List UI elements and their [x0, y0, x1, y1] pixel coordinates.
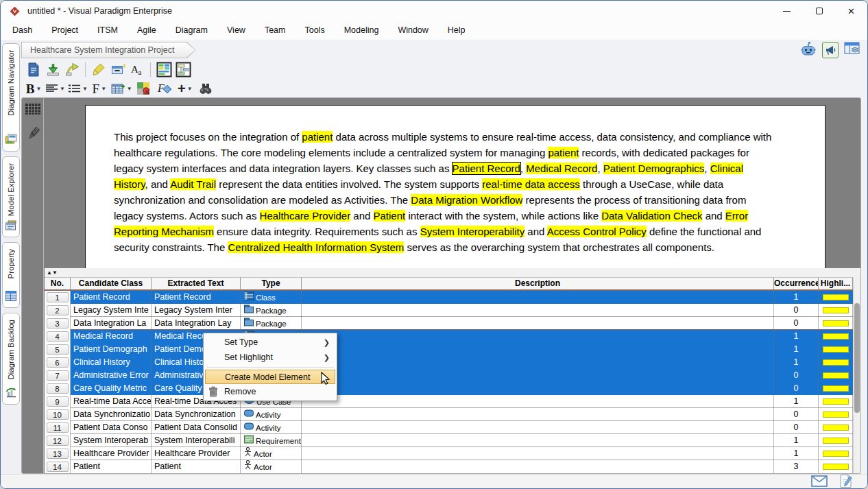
row-number-cell[interactable]: 11 [45, 421, 71, 434]
dropdown-arrow-icon[interactable]: ▼ [82, 86, 88, 92]
candidate-class-cell[interactable]: Real-time Data Acce [71, 395, 152, 408]
highlight-color-cell[interactable] [819, 434, 853, 447]
description-cell[interactable] [302, 447, 774, 460]
menu-tools[interactable]: Tools [295, 21, 334, 40]
row-number-button[interactable]: 8 [47, 383, 69, 394]
occurrence-cell[interactable]: 0 [774, 421, 819, 434]
candidate-class-cell[interactable]: Data Synchronizatio [71, 408, 152, 421]
description-cell[interactable] [302, 408, 774, 421]
highlighted-term[interactable]: Data Validation Check [601, 210, 702, 222]
row-number-cell[interactable]: 1 [45, 291, 71, 304]
sidebar-tab-property[interactable]: Property [2, 242, 20, 308]
highlight-color-swatch[interactable] [823, 346, 849, 353]
candidate-class-cell[interactable]: Patient [71, 460, 152, 473]
candidate-class-cell[interactable]: Patient Data Conso [71, 421, 152, 434]
candidate-class-cell[interactable]: Care Quality Metric [71, 382, 152, 395]
highlighted-term[interactable]: History [114, 178, 145, 190]
type-cell[interactable]: Actor [241, 447, 302, 460]
minimize-button[interactable] [771, 1, 803, 21]
highlight-color-swatch[interactable] [823, 372, 849, 379]
menu-team[interactable]: Team [255, 21, 296, 40]
highlight-color-cell[interactable] [819, 356, 853, 369]
extracted-text-cell[interactable]: Patient Record [152, 291, 241, 304]
occurrence-cell[interactable]: 1 [774, 291, 819, 304]
table-row[interactable]: 4Medical RecordMedical RecordClass1 [45, 329, 853, 342]
row-number-cell[interactable]: 3 [45, 317, 71, 330]
type-cell[interactable]: Activity [241, 421, 302, 434]
type-cell[interactable]: Actor [241, 460, 302, 473]
description-cell[interactable] [302, 330, 774, 343]
type-cell[interactable]: Class [241, 291, 302, 304]
row-number-cell[interactable]: 5 [45, 343, 71, 356]
sidebar-tab-diagram-navigator[interactable]: Diagram Navigator [2, 43, 20, 152]
highlight-color-cell[interactable] [819, 291, 853, 304]
table-row[interactable]: 9Real-time Data AcceReal-time Data Acces… [45, 394, 853, 407]
menu-view[interactable]: View [217, 21, 255, 40]
highlighted-term[interactable]: Patient Demographics [603, 163, 705, 174]
mail-icon[interactable] [811, 475, 828, 489]
type-cell[interactable]: Requirement [241, 434, 302, 447]
announcement-icon[interactable] [822, 42, 839, 58]
row-number-cell[interactable]: 9 [45, 395, 71, 408]
menu-agile[interactable]: Agile [128, 21, 166, 40]
type-cell[interactable]: Package [241, 317, 302, 330]
font-icon[interactable]: Aa [128, 60, 146, 78]
highlighted-term[interactable]: System Interoperability [420, 226, 525, 237]
diagram-overview-icon[interactable] [155, 60, 173, 78]
occurrence-cell[interactable]: 0 [774, 304, 819, 317]
highlight-color-cell[interactable] [819, 395, 853, 408]
extracted-text-cell[interactable]: Healthcare Provider [152, 447, 241, 460]
highlight-color-swatch[interactable] [823, 294, 849, 300]
table-scrollbar[interactable] [853, 277, 860, 473]
description-cell[interactable] [302, 317, 774, 330]
extracted-text-cell[interactable]: Legacy System Inter [152, 304, 241, 317]
row-number-cell[interactable]: 2 [45, 304, 71, 317]
row-number-button[interactable]: 2 [47, 305, 69, 315]
extracted-text-cell[interactable]: Data Synchronization [152, 408, 241, 421]
description-cell[interactable] [302, 395, 774, 408]
description-cell[interactable] [302, 356, 774, 369]
occurrence-cell[interactable]: 1 [774, 395, 819, 408]
row-number-button[interactable]: 5 [47, 344, 69, 355]
column-header-type[interactable]: Type [241, 277, 302, 290]
context-menu-item-set-highlight[interactable]: Set Highlight❯ [205, 350, 335, 365]
menu-dash[interactable]: Dash [3, 21, 42, 40]
highlight-color-cell[interactable] [819, 317, 853, 330]
highlight-color-swatch[interactable] [823, 385, 849, 392]
brush-stamp-icon[interactable] [25, 126, 40, 145]
menu-help[interactable]: Help [438, 21, 475, 40]
highlight-color-swatch[interactable] [823, 438, 849, 444]
row-number-button[interactable]: 6 [47, 357, 69, 368]
highlighter-icon[interactable] [90, 60, 108, 78]
row-number-cell[interactable]: 8 [45, 382, 71, 395]
menu-project[interactable]: Project [42, 21, 88, 40]
type-cell[interactable]: Package [241, 304, 302, 317]
occurrence-cell[interactable]: 1 [774, 356, 819, 369]
ai-assistant-icon[interactable] [799, 40, 817, 60]
highlighted-term[interactable]: Healthcare Provider [260, 210, 351, 222]
highlight-color-swatch[interactable] [823, 398, 849, 405]
textual-analysis-icon[interactable] [25, 60, 43, 78]
highlight-color-cell[interactable] [819, 304, 853, 317]
find-icon[interactable] [197, 80, 215, 97]
description-cell[interactable] [302, 382, 774, 395]
table-row[interactable]: 14PatientPatientActor3 [45, 460, 853, 473]
extracted-text-cell[interactable]: System Interoperabili [152, 434, 241, 447]
new-window-icon[interactable] [109, 60, 127, 78]
row-number-button[interactable]: 13 [47, 449, 69, 459]
table-row[interactable]: 6Clinical HistoryClinical HistoryClass1 [45, 355, 853, 368]
table-row[interactable]: 7Administrative ErrorAdministrative Erro… [45, 368, 853, 381]
table-row[interactable]: 10Data SynchronizatioData Synchronizatio… [45, 407, 853, 420]
description-cell[interactable] [302, 434, 774, 447]
highlight-color-swatch[interactable] [823, 359, 849, 366]
sidebar-tab-diagram-backlog[interactable]: Diagram Backlog [2, 313, 20, 405]
sort-arrows-icon[interactable]: ▲▼ [47, 270, 58, 276]
table-row[interactable]: 11Patient Data ConsoPatient Data Consoli… [45, 420, 853, 433]
list-icon[interactable]: ▼ [68, 80, 88, 97]
highlight-color-cell[interactable] [819, 421, 853, 434]
type-cell[interactable]: Activity [241, 408, 302, 421]
context-menu-item-set-type[interactable]: Set Type❯ [205, 335, 335, 350]
diagram-canvas[interactable]: This project focuses on the integration … [45, 98, 860, 268]
row-number-button[interactable]: 4 [47, 331, 69, 342]
table-row[interactable]: 8Care Quality MetricCare Quality MetricC… [45, 381, 853, 394]
